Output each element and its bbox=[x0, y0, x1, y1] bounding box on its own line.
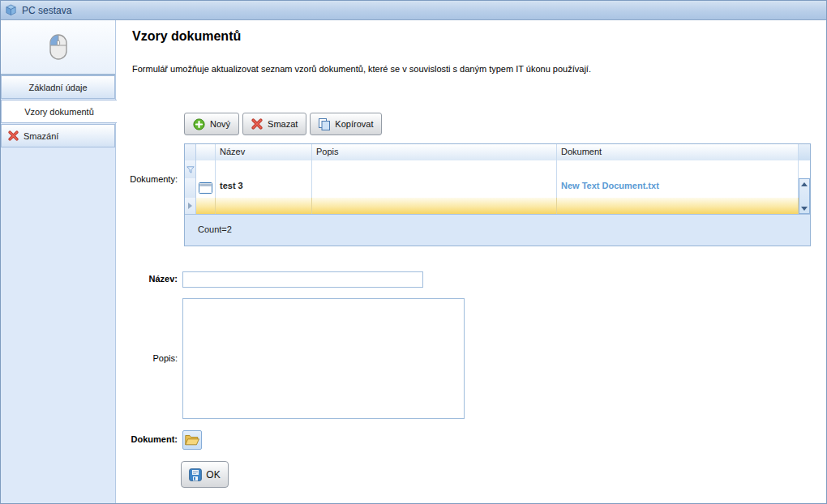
ok-button-label: OK bbox=[206, 469, 220, 481]
scroll-up-button[interactable] bbox=[799, 179, 809, 189]
dokument-label: Dokument: bbox=[116, 434, 178, 444]
grid-footer: Count=2 bbox=[185, 214, 810, 246]
title-bar: PC sestava bbox=[1, 1, 826, 20]
scroll-down-button[interactable] bbox=[799, 203, 809, 213]
cell-icon-empty[interactable] bbox=[196, 198, 216, 214]
grid-header-row: Název Popis Dokument bbox=[185, 144, 810, 161]
grid-count: Count=2 bbox=[198, 224, 232, 234]
filter-funnel-icon bbox=[185, 160, 196, 178]
grid-header-indicator bbox=[185, 144, 196, 160]
new-button-label: Nový bbox=[210, 119, 230, 129]
filter-cell-popis[interactable] bbox=[312, 160, 557, 178]
grid-header-nazev[interactable]: Název bbox=[216, 144, 312, 160]
documents-grid-label: Dokumenty: bbox=[116, 174, 178, 184]
grid-header-popis[interactable]: Popis bbox=[312, 144, 557, 160]
app-window: PC sestava Základní údaje Vzory dokument… bbox=[0, 0, 827, 504]
save-icon bbox=[189, 468, 202, 481]
browse-document-button[interactable] bbox=[182, 430, 202, 450]
cell-nazev[interactable]: test 3 bbox=[216, 178, 312, 198]
folder-open-icon bbox=[185, 434, 199, 446]
main-content: Vzory dokumentů Formulář umožňuje aktual… bbox=[116, 20, 827, 504]
document-icon bbox=[196, 178, 216, 198]
page-description: Formulář umožňuje aktualizovat seznam vz… bbox=[132, 64, 591, 74]
grid-toolbar: Nový Smazat Kopírovat bbox=[184, 113, 382, 135]
sidebar-image-panel bbox=[1, 20, 115, 75]
sidebar-item-vzory-dokumentu[interactable]: Vzory dokumentů bbox=[1, 100, 117, 123]
cell-popis[interactable] bbox=[312, 198, 557, 214]
sidebar: Základní údaje Vzory dokumentů Smazání bbox=[1, 20, 116, 504]
grid-header-icon-column[interactable] bbox=[196, 144, 216, 160]
popis-label: Popis: bbox=[116, 353, 178, 363]
add-icon bbox=[193, 118, 205, 130]
copy-button[interactable]: Kopírovat bbox=[310, 113, 382, 135]
sidebar-item-label: Smazání bbox=[24, 131, 58, 141]
documents-grid: Název Popis Dokument bbox=[184, 143, 811, 246]
table-row[interactable]: test 3 New Text Document.txt bbox=[185, 178, 810, 199]
new-button[interactable]: Nový bbox=[184, 113, 239, 135]
row-selector-arrow bbox=[185, 198, 196, 214]
window-title: PC sestava bbox=[22, 5, 71, 16]
delete-icon bbox=[251, 118, 263, 130]
page-title: Vzory dokumentů bbox=[132, 29, 241, 44]
popis-textarea[interactable] bbox=[182, 298, 465, 419]
row-indicator bbox=[185, 178, 196, 198]
mouse-image bbox=[49, 34, 67, 60]
cell-dokument[interactable] bbox=[557, 198, 799, 214]
delete-button-label: Smazat bbox=[268, 119, 298, 129]
sidebar-item-zakladni-udaje[interactable]: Základní údaje bbox=[1, 75, 115, 99]
sidebar-item-smazani[interactable]: Smazání bbox=[1, 124, 115, 147]
sidebar-item-label: Základní údaje bbox=[28, 83, 87, 92]
ok-button[interactable]: OK bbox=[181, 461, 229, 488]
nazev-label: Název: bbox=[116, 274, 178, 284]
red-x-icon bbox=[8, 130, 19, 141]
cell-nazev[interactable] bbox=[216, 198, 312, 214]
nazev-input[interactable] bbox=[182, 271, 423, 288]
filter-cell-dokument[interactable] bbox=[557, 160, 799, 178]
package-icon bbox=[5, 4, 17, 16]
grid-header-dokument[interactable]: Dokument bbox=[557, 144, 799, 160]
table-row-selected[interactable] bbox=[185, 198, 810, 214]
cell-popis[interactable] bbox=[312, 178, 557, 198]
copy-button-label: Kopírovat bbox=[335, 119, 373, 129]
grid-filter-row bbox=[185, 160, 810, 179]
grid-vertical-scrollbar[interactable] bbox=[799, 178, 810, 214]
sidebar-item-label: Vzory dokumentů bbox=[24, 107, 94, 117]
document-link[interactable]: New Text Document.txt bbox=[557, 178, 799, 198]
delete-button[interactable]: Smazat bbox=[242, 113, 306, 135]
filter-cell-nazev[interactable] bbox=[216, 160, 312, 178]
copy-icon bbox=[319, 118, 330, 130]
grid-header-scroll-corner bbox=[799, 144, 810, 160]
filter-cell[interactable] bbox=[196, 160, 216, 178]
